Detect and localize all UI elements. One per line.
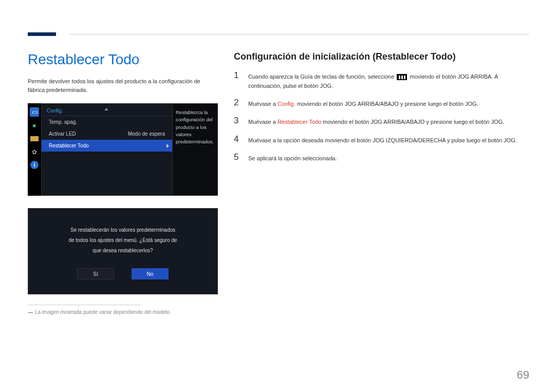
osd-row-label: Activar LED [49,131,76,137]
step-5: 5 Se aplicará la opción seleccionada. [234,152,527,163]
step-text: Muévase a la opción deseada moviendo el … [248,134,517,145]
osd-sidebar: ▭ ◆ ✿ i [28,103,41,196]
section-subtitle: Configuración de inicialización (Restabl… [234,51,527,62]
osd-row-label: Restablecer Todo [49,143,89,148]
step-text: Muévase a Restablecer Todo moviendo el b… [248,116,504,126]
monitor-icon: ▭ [30,107,39,117]
arrow-up-icon [104,108,108,110]
step-highlight: Config. [278,101,295,107]
dialog-buttons: Sí No [39,268,207,279]
info-icon: i [30,161,39,169]
header-accent-bar [28,32,56,36]
footnote: ―La imagen mostrada puede variar dependi… [28,309,218,315]
step-text-part: Muévase a [248,101,278,107]
dialog-line: que desea restablecerlos? [39,246,207,256]
step-number: 2 [234,98,241,108]
step-text-part: Muévase a [248,119,278,125]
dialog-yes-button: Sí [77,268,114,279]
osd-row: Temp. apag. [42,116,172,128]
dialog-message: Se restablecerán los valores predetermin… [39,225,207,256]
step-number: 1 [234,70,241,81]
osd-row-value: Modo de espera [128,131,165,137]
step-highlight: Restablecer Todo [278,119,321,125]
step-text: Cuando aparezca la Guía de teclas de fun… [248,70,527,90]
step-text-part: moviendo el botón JOG ARRIBA/ABAJO y pre… [321,119,504,125]
step-2: 2 Muévase a Config. moviendo el botón JO… [234,98,527,108]
osd-row-selected: Restablecer Todo [42,140,172,152]
menu-icon [397,74,407,80]
intro-paragraph: Permite devolver todos los ajustes del p… [28,77,218,94]
page-number: 69 [517,368,529,382]
step-number: 3 [234,116,241,126]
osd-row: Activar LED Modo de espera [42,128,172,140]
step-text-part: Cuando aparezca la Guía de teclas de fun… [248,73,396,80]
step-3: 3 Muévase a Restablecer Todo moviendo el… [234,116,527,126]
dialog-line: de todos los ajustes del menú. ¿Está seg… [39,235,207,246]
step-number: 5 [234,152,241,162]
right-column: Configuración de inicialización (Restabl… [234,51,527,170]
footnote-divider [28,305,141,305]
osd-row-label: Temp. apag. [49,119,77,125]
step-text: Muévase a Config. moviendo el botón JOG … [248,98,478,108]
osd-header-label: Config. [47,108,63,114]
size-icon [30,134,39,143]
color-icon: ◆ [30,121,39,130]
left-column: Restablecer Todo Permite devolver todos … [28,51,218,315]
header-divider [69,34,529,34]
arrow-right-icon [166,144,169,148]
gear-icon: ✿ [30,147,39,157]
footnote-text: La imagen mostrada puede variar dependie… [35,309,171,315]
dialog-line: Se restablecerán los valores predetermin… [39,225,207,235]
dialog-no-button: No [132,268,169,279]
step-text-part: moviendo el botón JOG ARRIBA/ABAJO y pre… [295,101,478,107]
osd-help-panel: Restablezca la configuración del product… [173,103,218,196]
osd-main-panel: Config. Temp. apag. Activar LED Modo de … [41,103,173,196]
footnote-dash: ― [28,309,33,315]
osd-screenshot-1: ▭ ◆ ✿ i Config. Temp. apag. Activar LED … [28,103,218,196]
step-4: 4 Muévase a la opción deseada moviendo e… [234,134,527,145]
osd-screenshot-dialog: Se restablecerán los valores predetermin… [28,208,218,294]
step-text: Se aplicará la opción seleccionada. [248,152,337,163]
step-number: 4 [234,134,241,144]
page-title: Restablecer Todo [28,51,218,68]
osd-header: Config. [42,104,172,116]
step-1: 1 Cuando aparezca la Guía de teclas de f… [234,70,527,90]
